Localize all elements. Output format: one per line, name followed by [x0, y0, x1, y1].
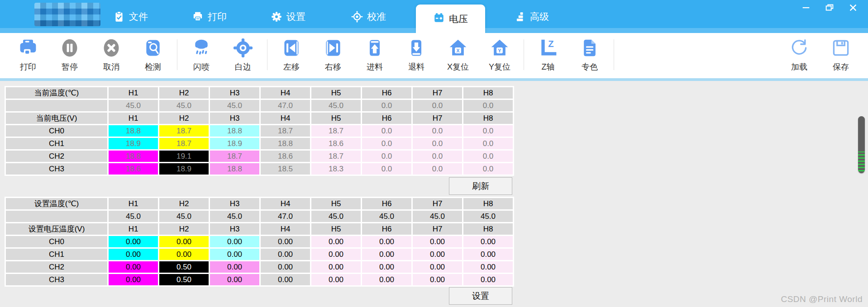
temperature-value: 0.0 [413, 100, 462, 111]
voltage-cell[interactable]: 0.00 [261, 274, 310, 285]
toolbar-item-white-edge[interactable]: 白边 [222, 33, 264, 78]
voltage-cell[interactable]: 0.00 [261, 249, 310, 260]
voltage-cell[interactable]: 0.00 [210, 261, 259, 273]
toolbar-item-print[interactable]: 打印 [7, 33, 49, 78]
voltage-cell[interactable]: 0.00 [413, 249, 462, 260]
voltage-cell: 0.0 [362, 151, 411, 162]
channel-row-label: CH0 [6, 236, 107, 247]
voltage-cell[interactable]: 0.00 [261, 261, 310, 273]
temperature-value: 0.0 [463, 100, 513, 111]
voltage-cell[interactable]: 0.00 [362, 261, 411, 273]
voltage-cell[interactable]: 0.00 [311, 236, 361, 247]
voltage-cell[interactable]: 0.00 [261, 236, 310, 247]
toolbar-item-y-reset[interactable]: YY复位 [479, 33, 520, 78]
temperature-value[interactable]: 45.0 [463, 211, 513, 222]
voltage-cell[interactable]: 0.50 [159, 274, 209, 285]
column-header: H8 [463, 223, 513, 235]
toolbar-item-label: 加载 [791, 61, 807, 72]
voltage-cell[interactable]: 0.00 [413, 236, 462, 247]
voltage-cell[interactable]: 0.00 [159, 236, 209, 247]
nav-tab-file[interactable]: 文件 [113, 0, 148, 33]
voltage-cell[interactable]: 0.00 [463, 249, 513, 260]
toolbar-item-load[interactable]: 加载 [778, 33, 820, 78]
voltage-cell[interactable]: 0.00 [362, 249, 411, 260]
voltage-cell: 0.0 [413, 138, 462, 149]
minimize-button[interactable] [799, 3, 813, 14]
toolbar-item-detect[interactable]: 检测 [132, 33, 174, 78]
column-header: H6 [362, 198, 411, 209]
voltage-cell: 0.0 [463, 138, 513, 149]
toolbar-item-x-reset[interactable]: XX复位 [437, 33, 479, 78]
temperature-value[interactable]: 45.0 [413, 211, 462, 222]
nav-tab-settings[interactable]: 设置 [271, 0, 305, 33]
svg-text:Y: Y [498, 48, 501, 53]
voltage-cell[interactable]: 0.00 [311, 261, 361, 273]
voltage-cell[interactable]: 0.00 [210, 249, 259, 260]
close-button[interactable] [846, 3, 860, 14]
voltage-cell[interactable]: 0.00 [159, 249, 209, 260]
toolbar-item-retract[interactable]: 退料 [396, 33, 437, 78]
voltage-cell[interactable]: 0.00 [463, 261, 513, 273]
voltage-cell[interactable]: 0.00 [109, 249, 158, 260]
gear-icon [271, 11, 282, 23]
temperature-value[interactable]: 45.0 [311, 211, 361, 222]
voltage-cell: 0.0 [362, 125, 411, 137]
temperature-value[interactable]: 45.0 [109, 211, 158, 222]
temperature-value[interactable]: 47.0 [261, 211, 310, 222]
toolbar-item-z-axis[interactable]: ZZ轴 [527, 33, 569, 78]
voltage-cell[interactable]: 0.00 [210, 274, 259, 285]
column-header: H3 [210, 198, 259, 209]
voltage-cell: 18.7 [311, 151, 361, 162]
maximize-button[interactable] [823, 3, 836, 14]
voltage-cell[interactable]: 0.50 [159, 261, 209, 273]
voltage-cell[interactable]: 0.00 [109, 261, 158, 273]
voltage-cell: 18.9 [159, 163, 209, 175]
channel-row-label: CH3 [6, 274, 107, 285]
table-section-title: 设置温度(℃) [6, 198, 107, 209]
voltage-cell[interactable]: 0.00 [311, 274, 361, 285]
refresh-button[interactable]: 刷新 [449, 177, 512, 195]
window-controls [799, 0, 860, 17]
voltage-cell[interactable]: 0.00 [413, 274, 462, 285]
voltage-cell[interactable]: 0.00 [413, 261, 462, 273]
voltage-cell[interactable]: 0.00 [362, 274, 411, 285]
nav-tab-print[interactable]: 打印 [192, 0, 227, 33]
toolbar-item-flash-spray[interactable]: 闪喷 [181, 33, 222, 78]
voltage-cell[interactable]: 0.00 [463, 236, 513, 247]
arrow-up-icon [365, 36, 385, 60]
toolbar-item-move-right[interactable]: 右移 [312, 33, 354, 78]
voltage-cell[interactable]: 0.00 [109, 236, 158, 247]
voltage-cell[interactable]: 0.00 [109, 274, 158, 285]
set-button[interactable]: 设置 [449, 287, 512, 305]
voltage-cell: 0.0 [362, 163, 411, 175]
scrollbar-thumb[interactable] [858, 116, 865, 173]
voltage-cell: 18.7 [159, 125, 209, 137]
table-section-title: 当前温度(℃) [6, 87, 107, 99]
nav-tab-advanced[interactable]: 高级 [514, 0, 549, 33]
voltage-cell: 18.6 [109, 163, 158, 175]
temperature-value[interactable]: 45.0 [362, 211, 411, 222]
nav-tab-calibration[interactable]: 校准 [351, 0, 386, 33]
temperature-value[interactable]: 45.0 [210, 211, 259, 222]
voltage-cell[interactable]: 0.00 [362, 236, 411, 247]
arrow-left-icon [281, 36, 301, 60]
temperature-value[interactable]: 45.0 [159, 211, 209, 222]
toolbar-item-spot-color[interactable]: 专色 [569, 33, 610, 78]
column-header: H5 [311, 113, 361, 124]
toolbar-item-save[interactable]: 保存 [820, 33, 862, 78]
channel-row-label: CH1 [6, 138, 107, 149]
toolbar-item-label: 白边 [235, 61, 251, 72]
toolbar-item-feed[interactable]: 进料 [354, 33, 396, 78]
toolbar-item-pause[interactable]: 暂停 [49, 33, 91, 78]
voltage-cell[interactable]: 0.00 [311, 249, 361, 260]
voltage-cell: 0.0 [362, 138, 411, 149]
temperature-value: 45.0 [311, 100, 361, 111]
nav-tab-voltage[interactable]: 电压 [416, 5, 485, 33]
column-header: H8 [463, 87, 513, 99]
toolbar-item-move-left[interactable]: 左移 [271, 33, 312, 78]
channel-row-label: CH2 [6, 151, 107, 162]
toolbar-item-cancel[interactable]: 取消 [91, 33, 132, 78]
channel-row-label: CH1 [6, 249, 107, 260]
voltage-cell[interactable]: 0.00 [210, 236, 259, 247]
voltage-cell[interactable]: 0.00 [463, 274, 513, 285]
